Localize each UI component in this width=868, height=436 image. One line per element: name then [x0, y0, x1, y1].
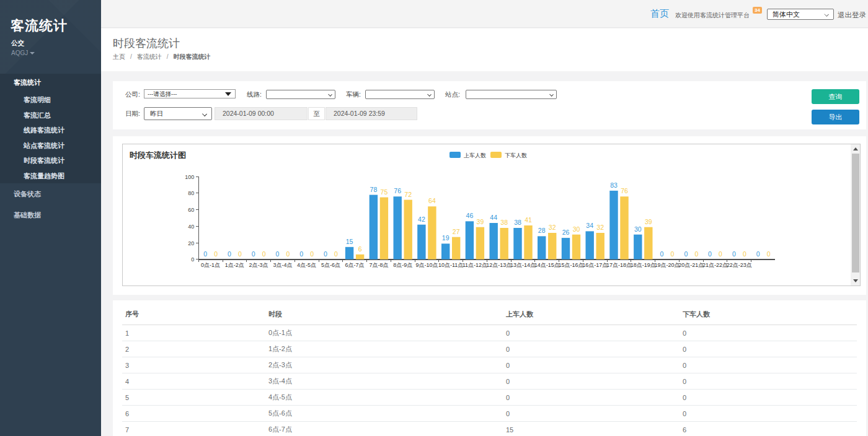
svg-text:83: 83: [610, 181, 618, 189]
svg-text:0: 0: [660, 250, 664, 258]
svg-text:5点-6点: 5点-6点: [321, 262, 340, 268]
svg-text:0: 0: [334, 250, 338, 258]
svg-text:14点-15点: 14点-15点: [534, 262, 560, 268]
svg-text:64: 64: [428, 197, 436, 204]
svg-text:8点-9点: 8点-9点: [393, 262, 412, 268]
svg-text:42: 42: [418, 216, 425, 223]
svg-text:38: 38: [500, 219, 508, 226]
svg-text:13点-14点: 13点-14点: [510, 262, 536, 268]
svg-text:0: 0: [286, 250, 290, 258]
svg-text:16点-17点: 16点-17点: [582, 262, 608, 268]
svg-text:0: 0: [191, 256, 194, 263]
svg-text:39: 39: [645, 218, 652, 225]
svg-text:34: 34: [586, 222, 593, 229]
svg-text:2点-3点: 2点-3点: [249, 262, 268, 268]
svg-text:0: 0: [238, 250, 242, 258]
svg-text:0: 0: [767, 250, 771, 258]
svg-text:40: 40: [188, 224, 194, 230]
svg-text:0: 0: [324, 250, 327, 258]
svg-text:0: 0: [214, 250, 218, 258]
svg-text:0: 0: [203, 250, 207, 258]
svg-text:17点-18点: 17点-18点: [606, 262, 632, 268]
svg-text:22点-23点: 22点-23点: [727, 262, 752, 268]
svg-text:0: 0: [708, 250, 712, 258]
svg-text:1点-2点: 1点-2点: [225, 262, 244, 268]
svg-text:0: 0: [275, 250, 279, 258]
svg-text:3点-4点: 3点-4点: [273, 262, 292, 268]
svg-text:46: 46: [466, 212, 474, 219]
svg-text:28: 28: [538, 227, 546, 234]
svg-text:78: 78: [370, 186, 378, 193]
svg-text:32: 32: [596, 224, 604, 231]
svg-text:0: 0: [684, 250, 688, 258]
svg-text:27: 27: [453, 228, 460, 235]
svg-text:0: 0: [671, 250, 675, 258]
svg-text:18点-19点: 18点-19点: [631, 262, 656, 268]
svg-text:80: 80: [188, 190, 194, 196]
svg-text:26: 26: [562, 229, 570, 236]
svg-text:15点-16点: 15点-16点: [558, 262, 583, 268]
svg-text:19: 19: [442, 234, 450, 242]
svg-text:76: 76: [394, 187, 401, 194]
svg-text:100: 100: [185, 174, 194, 180]
svg-text:41: 41: [525, 216, 532, 224]
svg-text:12点-13点: 12点-13点: [486, 262, 512, 268]
svg-text:0: 0: [262, 250, 266, 258]
svg-text:20: 20: [188, 240, 194, 246]
svg-text:0: 0: [228, 250, 231, 258]
svg-text:21点-22点: 21点-22点: [702, 262, 728, 268]
svg-text:0: 0: [719, 250, 722, 258]
svg-text:6点-7点: 6点-7点: [345, 262, 365, 268]
svg-text:76: 76: [621, 187, 628, 194]
svg-text:0: 0: [252, 250, 255, 258]
svg-text:0点-1点: 0点-1点: [201, 262, 220, 268]
svg-text:7点-8点: 7点-8点: [369, 262, 388, 268]
svg-text:32: 32: [549, 224, 556, 231]
svg-text:38: 38: [514, 219, 521, 226]
svg-text:44: 44: [490, 214, 497, 221]
svg-text:39: 39: [477, 218, 484, 225]
svg-text:6: 6: [358, 245, 362, 253]
svg-text:10点-11点: 10点-11点: [438, 262, 463, 268]
svg-text:0: 0: [299, 250, 303, 258]
svg-text:时段车流统计图: 时段车流统计图: [130, 150, 186, 160]
svg-text:下车人数: 下车人数: [505, 152, 527, 159]
svg-text:20点-21点: 20点-21点: [678, 262, 704, 268]
svg-text:0: 0: [756, 250, 760, 258]
svg-text:9点-10点: 9点-10点: [415, 262, 438, 268]
svg-text:0: 0: [310, 250, 314, 258]
svg-text:0: 0: [732, 250, 736, 258]
svg-text:19点-20点: 19点-20点: [654, 262, 680, 268]
svg-text:72: 72: [404, 191, 412, 198]
svg-text:4点-5点: 4点-5点: [297, 262, 316, 268]
svg-text:上车人数: 上车人数: [464, 152, 486, 159]
svg-text:15: 15: [346, 238, 353, 245]
svg-text:0: 0: [694, 250, 698, 258]
svg-text:0: 0: [743, 250, 746, 258]
svg-text:75: 75: [381, 188, 388, 196]
svg-text:11点-12点: 11点-12点: [463, 262, 487, 268]
svg-text:30: 30: [634, 225, 642, 233]
svg-text:30: 30: [573, 225, 580, 233]
svg-text:60: 60: [188, 207, 194, 213]
